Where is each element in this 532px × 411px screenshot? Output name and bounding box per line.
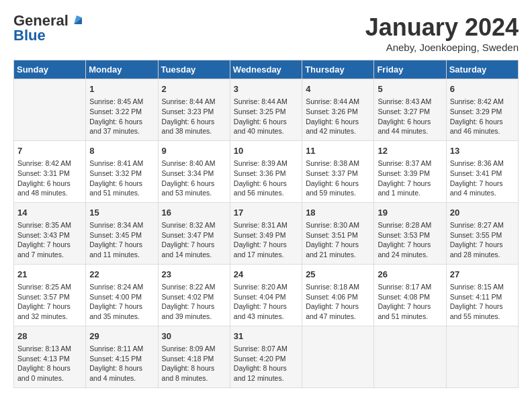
day-info: Sunrise: 8:44 AMSunset: 3:25 PMDaylight:… bbox=[234, 97, 298, 136]
calendar-cell: 18Sunrise: 8:30 AMSunset: 3:51 PMDayligh… bbox=[302, 202, 374, 264]
day-info: Sunrise: 8:11 AMSunset: 4:15 PMDaylight:… bbox=[89, 344, 154, 383]
calendar-cell: 8Sunrise: 8:41 AMSunset: 3:32 PMDaylight… bbox=[86, 140, 158, 202]
calendar-cell: 15Sunrise: 8:34 AMSunset: 3:45 PMDayligh… bbox=[86, 202, 158, 264]
day-number: 17 bbox=[234, 207, 298, 219]
day-number: 14 bbox=[17, 207, 82, 219]
calendar-table: SundayMondayTuesdayWednesdayThursdayFrid… bbox=[13, 60, 519, 388]
day-number: 20 bbox=[450, 207, 515, 219]
day-number: 29 bbox=[89, 330, 154, 342]
day-info: Sunrise: 8:40 AMSunset: 3:34 PMDaylight:… bbox=[162, 158, 226, 198]
weekday-header-saturday: Saturday bbox=[446, 60, 518, 79]
day-info: Sunrise: 8:38 AMSunset: 3:37 PMDaylight:… bbox=[306, 158, 370, 198]
title-block: January 2024 Aneby, Joenkoeping, Sweden bbox=[365, 13, 519, 53]
day-info: Sunrise: 8:37 AMSunset: 3:39 PMDaylight:… bbox=[378, 158, 442, 198]
calendar-week-row: 14Sunrise: 8:35 AMSunset: 3:43 PMDayligh… bbox=[14, 202, 519, 264]
day-info: Sunrise: 8:17 AMSunset: 4:08 PMDaylight:… bbox=[378, 282, 442, 322]
day-number: 30 bbox=[162, 330, 226, 342]
day-number: 24 bbox=[234, 269, 298, 281]
weekday-header-sunday: Sunday bbox=[14, 60, 86, 79]
calendar-cell: 3Sunrise: 8:44 AMSunset: 3:25 PMDaylight… bbox=[230, 79, 302, 141]
day-number: 15 bbox=[89, 207, 154, 219]
day-number: 18 bbox=[306, 207, 370, 219]
calendar-cell: 31Sunrise: 8:07 AMSunset: 4:20 PMDayligh… bbox=[230, 326, 302, 387]
day-info: Sunrise: 8:27 AMSunset: 3:55 PMDaylight:… bbox=[450, 220, 515, 260]
calendar-cell: 26Sunrise: 8:17 AMSunset: 4:08 PMDayligh… bbox=[374, 264, 446, 326]
calendar-cell: 9Sunrise: 8:40 AMSunset: 3:34 PMDaylight… bbox=[158, 140, 230, 202]
page-header: General Blue January 2024 Aneby, Joenkoe… bbox=[13, 13, 519, 53]
weekday-header-thursday: Thursday bbox=[302, 60, 374, 79]
calendar-cell: 4Sunrise: 8:44 AMSunset: 3:26 PMDaylight… bbox=[302, 79, 374, 141]
weekday-header-friday: Friday bbox=[374, 60, 446, 79]
location-subtitle: Aneby, Joenkoeping, Sweden bbox=[365, 42, 519, 53]
day-info: Sunrise: 8:36 AMSunset: 3:41 PMDaylight:… bbox=[450, 158, 515, 198]
day-number: 27 bbox=[450, 269, 515, 281]
day-number: 10 bbox=[234, 145, 298, 157]
day-info: Sunrise: 8:18 AMSunset: 4:06 PMDaylight:… bbox=[306, 282, 370, 322]
day-number: 1 bbox=[89, 83, 154, 95]
day-number: 13 bbox=[450, 145, 515, 157]
day-info: Sunrise: 8:41 AMSunset: 3:32 PMDaylight:… bbox=[89, 158, 154, 198]
weekday-header-tuesday: Tuesday bbox=[158, 60, 230, 79]
calendar-cell bbox=[374, 326, 446, 387]
calendar-cell: 10Sunrise: 8:39 AMSunset: 3:36 PMDayligh… bbox=[230, 140, 302, 202]
logo-icon bbox=[70, 12, 85, 27]
calendar-cell: 23Sunrise: 8:22 AMSunset: 4:02 PMDayligh… bbox=[158, 264, 230, 326]
calendar-cell: 16Sunrise: 8:32 AMSunset: 3:47 PMDayligh… bbox=[158, 202, 230, 264]
day-number: 21 bbox=[17, 269, 82, 281]
calendar-cell: 13Sunrise: 8:36 AMSunset: 3:41 PMDayligh… bbox=[446, 140, 518, 202]
weekday-header-monday: Monday bbox=[86, 60, 158, 79]
calendar-cell: 5Sunrise: 8:43 AMSunset: 3:27 PMDaylight… bbox=[374, 79, 446, 141]
weekday-header-wednesday: Wednesday bbox=[230, 60, 302, 79]
day-info: Sunrise: 8:42 AMSunset: 3:29 PMDaylight:… bbox=[450, 97, 515, 136]
day-number: 12 bbox=[378, 145, 442, 157]
calendar-cell: 30Sunrise: 8:09 AMSunset: 4:18 PMDayligh… bbox=[158, 326, 230, 387]
calendar-cell: 1Sunrise: 8:45 AMSunset: 3:22 PMDaylight… bbox=[86, 79, 158, 141]
logo: General Blue bbox=[13, 13, 85, 43]
day-info: Sunrise: 8:42 AMSunset: 3:31 PMDaylight:… bbox=[17, 158, 82, 198]
day-number: 8 bbox=[89, 145, 154, 157]
day-info: Sunrise: 8:22 AMSunset: 4:02 PMDaylight:… bbox=[162, 282, 226, 322]
day-info: Sunrise: 8:45 AMSunset: 3:22 PMDaylight:… bbox=[89, 97, 154, 136]
day-number: 3 bbox=[234, 83, 298, 95]
day-info: Sunrise: 8:31 AMSunset: 3:49 PMDaylight:… bbox=[234, 220, 298, 260]
day-info: Sunrise: 8:25 AMSunset: 3:57 PMDaylight:… bbox=[17, 282, 82, 322]
day-number: 23 bbox=[162, 269, 226, 281]
day-number: 5 bbox=[378, 83, 442, 95]
day-number: 31 bbox=[234, 330, 298, 342]
logo-general-text: General bbox=[13, 13, 69, 28]
day-number: 25 bbox=[306, 269, 370, 281]
day-info: Sunrise: 8:32 AMSunset: 3:47 PMDaylight:… bbox=[162, 220, 226, 260]
calendar-cell: 6Sunrise: 8:42 AMSunset: 3:29 PMDaylight… bbox=[446, 79, 518, 141]
day-info: Sunrise: 8:30 AMSunset: 3:51 PMDaylight:… bbox=[306, 220, 370, 260]
calendar-cell: 29Sunrise: 8:11 AMSunset: 4:15 PMDayligh… bbox=[86, 326, 158, 387]
day-number: 7 bbox=[17, 145, 82, 157]
calendar-cell: 2Sunrise: 8:44 AMSunset: 3:23 PMDaylight… bbox=[158, 79, 230, 141]
day-info: Sunrise: 8:15 AMSunset: 4:11 PMDaylight:… bbox=[450, 282, 515, 322]
calendar-cell bbox=[302, 326, 374, 387]
day-number: 19 bbox=[378, 207, 442, 219]
calendar-cell bbox=[446, 326, 518, 387]
day-number: 9 bbox=[162, 145, 226, 157]
day-number: 11 bbox=[306, 145, 370, 157]
calendar-cell: 17Sunrise: 8:31 AMSunset: 3:49 PMDayligh… bbox=[230, 202, 302, 264]
logo-blue-text: Blue bbox=[13, 28, 46, 43]
calendar-cell: 20Sunrise: 8:27 AMSunset: 3:55 PMDayligh… bbox=[446, 202, 518, 264]
calendar-cell: 22Sunrise: 8:24 AMSunset: 4:00 PMDayligh… bbox=[86, 264, 158, 326]
day-info: Sunrise: 8:07 AMSunset: 4:20 PMDaylight:… bbox=[234, 344, 298, 383]
day-number: 2 bbox=[162, 83, 226, 95]
calendar-cell: 25Sunrise: 8:18 AMSunset: 4:06 PMDayligh… bbox=[302, 264, 374, 326]
day-number: 22 bbox=[89, 269, 154, 281]
day-number: 26 bbox=[378, 269, 442, 281]
calendar-cell: 11Sunrise: 8:38 AMSunset: 3:37 PMDayligh… bbox=[302, 140, 374, 202]
calendar-cell: 7Sunrise: 8:42 AMSunset: 3:31 PMDaylight… bbox=[14, 140, 86, 202]
day-info: Sunrise: 8:24 AMSunset: 4:00 PMDaylight:… bbox=[89, 282, 154, 322]
calendar-cell: 21Sunrise: 8:25 AMSunset: 3:57 PMDayligh… bbox=[14, 264, 86, 326]
day-info: Sunrise: 8:34 AMSunset: 3:45 PMDaylight:… bbox=[89, 220, 154, 260]
day-number: 4 bbox=[306, 83, 370, 95]
day-info: Sunrise: 8:09 AMSunset: 4:18 PMDaylight:… bbox=[162, 344, 226, 383]
calendar-cell: 12Sunrise: 8:37 AMSunset: 3:39 PMDayligh… bbox=[374, 140, 446, 202]
calendar-week-row: 28Sunrise: 8:13 AMSunset: 4:13 PMDayligh… bbox=[14, 326, 519, 387]
day-info: Sunrise: 8:39 AMSunset: 3:36 PMDaylight:… bbox=[234, 158, 298, 198]
weekday-header-row: SundayMondayTuesdayWednesdayThursdayFrid… bbox=[14, 60, 519, 79]
day-number: 16 bbox=[162, 207, 226, 219]
